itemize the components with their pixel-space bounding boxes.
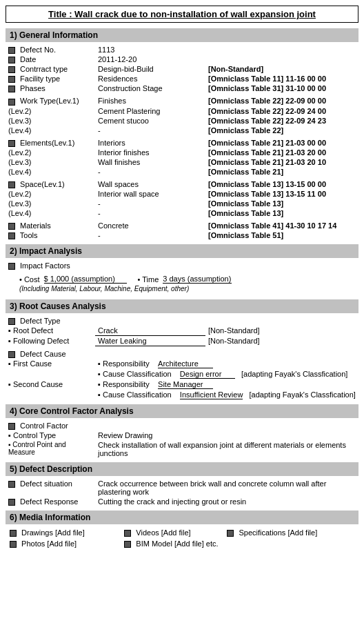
space-lev2-omni: [Omniclass Table 13] 13-15 11 00	[205, 189, 358, 199]
bim-item[interactable]: BIM Model [Add file] etc.	[120, 538, 358, 549]
contract-label: Contrract type	[6, 64, 95, 74]
second-class-omni: [adapting Fayak's Classfication]	[250, 390, 356, 399]
table-row: (Lev.4) - [Omniclass Table 22]	[6, 126, 358, 135]
table-row: Defect Response Cutting the crack and in…	[6, 497, 358, 506]
space-lev1-label: Space(Lev.1)	[6, 179, 95, 189]
root-causes-table: Defect Type ▪ Root Defect Crack [Non-Sta…	[6, 316, 358, 400]
elements-lev4-label: (Lev.4)	[6, 167, 95, 177]
first-cause-bullet: ▪ First Cause	[6, 359, 95, 369]
bim-label[interactable]: BIM Model [Add file] etc.	[136, 539, 218, 548]
contract-value: Design-bid-Build	[95, 64, 205, 74]
space-lev4-label: (Lev.4)	[6, 208, 95, 218]
space-lev2-value: Interior wall space	[95, 189, 205, 199]
table-row: Contrract type Design-bid-Build [Non-Sta…	[6, 64, 358, 74]
section-media-header: 6) Media Information	[6, 511, 358, 524]
impact-table: Impact Factors	[6, 261, 358, 270]
table-row: (Lev.4) - [Omniclass Table 13]	[6, 208, 358, 218]
specs-item[interactable]: Specifications [Add file]	[223, 527, 358, 538]
checkbox-icon	[10, 541, 17, 548]
section-general-header: 1) General Information	[6, 28, 358, 42]
section-general: 1) General Information Defect No. 1113 D…	[6, 28, 358, 240]
section-root-causes: 3) Root Causes Analysis Defect Type ▪ Ro…	[6, 299, 358, 400]
videos-item[interactable]: Videos [Add file]	[120, 527, 223, 538]
following-defect-bullet: ▪ Following Defect	[6, 336, 95, 346]
space-lev3-omni: [Omniclass Table 13]	[205, 199, 358, 208]
section-description: 5) Defect Description Defect situation C…	[6, 462, 358, 506]
table-row: ▪ Cause Classification Design error [ada…	[6, 369, 358, 379]
checkbox-icon	[8, 351, 15, 358]
defect-response-label: Defect Response	[6, 497, 95, 506]
work-lev3-omni: [Omniclass Table 22] 22-09 24 23	[205, 116, 358, 126]
checkbox-icon	[8, 57, 15, 63]
second-resp-value: Site Manager	[158, 380, 213, 389]
checkbox-icon	[124, 530, 131, 537]
checkbox-icon	[8, 140, 15, 147]
defect-situation-label: Defect situation	[6, 479, 95, 497]
second-class-row: ▪ Cause Classification Insufficient Revi…	[95, 390, 358, 400]
general-info-table: Defect No. 1113 Date 2011-12-20 Contrrac…	[6, 45, 358, 240]
space-lev1-value: Wall spaces	[95, 179, 205, 189]
impact-factors-label: Impact Factors	[6, 261, 95, 270]
media-table: Drawings [Add file] Videos [Add file] Sp…	[6, 527, 358, 549]
table-row: ▪ Cause Classification Insufficient Revi…	[6, 390, 358, 400]
tools-value: -	[95, 230, 205, 240]
tools-omni: [Omniclass Table 51]	[205, 230, 358, 240]
phases-value: Construction Stage	[95, 83, 205, 93]
elements-lev1-value: Interiors	[95, 138, 205, 148]
section-control-header: 4) Core Control Factor Analysis	[6, 404, 358, 418]
table-row: Space(Lev.1) Wall spaces [Omniclass Tabl…	[6, 179, 358, 189]
checkbox-icon	[8, 263, 15, 270]
section-media: 6) Media Information Drawings [Add file]…	[6, 511, 358, 549]
space-lev2-label: (Lev.2)	[6, 189, 95, 199]
checkbox-icon	[8, 423, 15, 430]
table-row: (Lev.4) - [Omniclass Table 21]	[6, 167, 358, 177]
control-point-bullet: ▪ Control Point and Measure	[6, 440, 95, 458]
work-type-value: Finishes	[95, 96, 205, 106]
work-lev4-value: -	[95, 126, 205, 135]
space-lev3-value: -	[95, 199, 205, 208]
elements-lev3-value: Wall finishes	[95, 157, 205, 167]
cost-item: • Cost $ 1,000 (assumption)	[19, 275, 127, 284]
elements-lev2-value: Interior finishes	[95, 148, 205, 157]
drawings-item[interactable]: Drawings [Add file]	[6, 527, 120, 538]
facility-label: Facility type	[6, 74, 95, 83]
tools-label: Tools	[6, 230, 95, 240]
table-row: Phases Construction Stage [Omniclass Tab…	[6, 83, 358, 93]
materials-value: Concrete	[95, 221, 205, 230]
space-lev3-label: (Lev.3)	[6, 199, 95, 208]
facility-value: Residences	[95, 74, 205, 83]
photos-item[interactable]: Photos [Add file]	[6, 538, 120, 549]
table-row: Tools - [Omniclass Table 51]	[6, 230, 358, 240]
table-row: (Lev.2) Cement Plastering [Omniclass Tab…	[6, 106, 358, 116]
section-control: 4) Core Control Factor Analysis Control …	[6, 404, 358, 458]
table-row: Defect Cause	[6, 349, 358, 359]
section-root-causes-header: 3) Root Causes Analysis	[6, 299, 358, 313]
section-impact: 2) Impact Analysis Impact Factors • Cost…	[6, 244, 358, 295]
table-row: Materials Concrete [Omniclass Table 41] …	[6, 221, 358, 230]
first-class-row: ▪ Cause Classification Design error [ada…	[95, 369, 358, 379]
table-row: (Lev.2) Interior wall space [Omniclass T…	[6, 189, 358, 199]
page-title: Title : Wall crack due to non-installati…	[6, 6, 358, 23]
materials-omni: [Omniclass Table 41] 41-30 10 17 14	[205, 221, 358, 230]
checkbox-icon	[10, 530, 17, 537]
impact-cost-row: • Cost $ 1,000 (assumption) • Time 3 day…	[6, 273, 358, 285]
specs-label[interactable]: Specifications [Add file]	[239, 528, 317, 537]
elements-lev3-label: (Lev.3)	[6, 157, 95, 167]
defect-response-value: Cutting the crack and injecting grout or…	[95, 497, 358, 506]
work-lev2-value: Cement Plastering	[95, 106, 205, 116]
table-row: Work Type(Lev.1) Finishes [Omniclass Tab…	[6, 96, 358, 106]
elements-lev2-label: (Lev.2)	[6, 148, 95, 157]
defect-cause-label: Defect Cause	[6, 349, 358, 359]
table-row: (Lev.2) Interior finishes [Omniclass Tab…	[6, 148, 358, 157]
elements-lev1-label: Elements(Lev.1)	[6, 138, 95, 148]
table-row: Elements(Lev.1) Interiors [Omniclass Tab…	[6, 138, 358, 148]
drawings-label[interactable]: Drawings [Add file]	[21, 528, 85, 537]
videos-label[interactable]: Videos [Add file]	[136, 528, 190, 537]
first-resp-value: Architecture	[158, 359, 213, 368]
checkbox-icon	[8, 76, 15, 83]
time-item: • Time 3 days (assumption)	[138, 275, 232, 284]
photos-label[interactable]: Photos [Add file]	[21, 539, 77, 548]
defect-no-value: 1113	[95, 45, 205, 55]
work-lev3-label: (Lev.3)	[6, 116, 95, 126]
defect-type-label: Defect Type	[6, 316, 358, 326]
